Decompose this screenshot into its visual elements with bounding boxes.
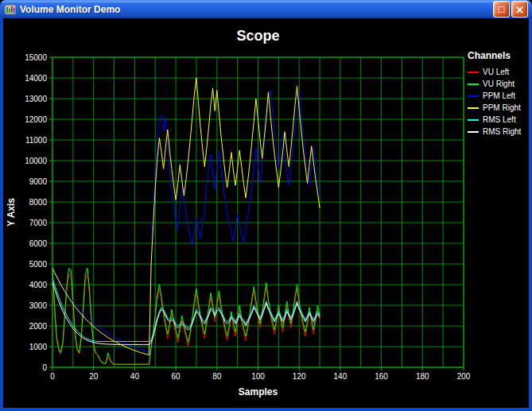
legend-item: VU Left xyxy=(468,66,528,78)
maximize-button[interactable]: □ xyxy=(493,1,510,17)
x-tick-label: 100 xyxy=(251,372,265,381)
y-tick-label: 5000 xyxy=(29,260,48,269)
series-line-vu-left xyxy=(52,274,320,364)
legend-label: RMS Right xyxy=(483,127,521,136)
y-tick-label: 4000 xyxy=(29,281,48,289)
legend-item: PPM Right xyxy=(468,102,528,114)
legend-item: PPM Left xyxy=(468,90,528,102)
titlebar-buttons: □ × xyxy=(493,1,528,17)
legend-swatch xyxy=(468,107,479,109)
maximize-icon: □ xyxy=(498,6,505,14)
y-tick-label: 6000 xyxy=(29,239,48,248)
legend-label: VU Left xyxy=(483,68,509,76)
legend-swatch xyxy=(468,95,479,97)
app-icon xyxy=(4,3,17,16)
x-tick-label: 120 xyxy=(293,372,306,381)
y-tick-label: 12000 xyxy=(25,115,47,124)
y-tick-label: 8000 xyxy=(29,198,48,207)
legend-item: VU Right xyxy=(468,78,528,90)
x-tick-label: 20 xyxy=(89,372,99,381)
y-tick-label: 1000 xyxy=(29,343,48,351)
y-tick-label: 9000 xyxy=(29,177,48,186)
y-tick-label: 13000 xyxy=(25,95,47,103)
legend-swatch xyxy=(468,119,479,121)
y-tick-label: 14000 xyxy=(25,74,47,83)
legend-label: PPM Right xyxy=(483,103,521,112)
plot: 0100020003000400050006000700080009000100… xyxy=(3,18,529,408)
y-tick-label: 7000 xyxy=(29,219,48,227)
chart-panel: Scope Y Axis Samples 0100020003000400050… xyxy=(3,18,529,408)
x-tick-label: 160 xyxy=(375,372,388,381)
x-tick-label: 40 xyxy=(130,372,140,381)
legend-label: VU Right xyxy=(483,79,515,88)
legend: Channels VU LeftVU RightPPM LeftPPM Righ… xyxy=(468,50,528,138)
legend-item: RMS Right xyxy=(468,126,528,138)
y-tick-label: 2000 xyxy=(29,322,48,331)
y-tick-label: 15000 xyxy=(25,53,47,62)
y-tick-label: 10000 xyxy=(25,157,47,165)
x-tick-label: 60 xyxy=(172,372,181,381)
x-tick-label: 0 xyxy=(50,372,55,381)
y-tick-label: 3000 xyxy=(29,301,48,310)
x-tick-label: 80 xyxy=(212,372,222,381)
app-window: Volume Monitor Demo □ × Scope Y Axis Sam… xyxy=(0,0,532,411)
legend-title: Channels xyxy=(468,50,528,61)
legend-items: VU LeftVU RightPPM LeftPPM RightRMS Left… xyxy=(468,66,528,138)
titlebar[interactable]: Volume Monitor Demo □ × xyxy=(0,0,532,18)
y-tick-label: 0 xyxy=(42,363,47,372)
legend-label: RMS Left xyxy=(483,115,516,124)
legend-swatch xyxy=(468,131,479,133)
legend-swatch xyxy=(468,72,479,73)
x-tick-label: 140 xyxy=(334,372,348,381)
legend-swatch xyxy=(468,83,479,85)
y-tick-label: 11000 xyxy=(25,136,48,145)
legend-item: RMS Left xyxy=(468,114,528,126)
close-icon: × xyxy=(515,4,525,15)
close-button[interactable]: × xyxy=(511,1,528,17)
x-tick-label: 200 xyxy=(457,372,471,381)
x-tick-label: 180 xyxy=(416,372,429,381)
legend-label: PPM Left xyxy=(483,91,515,100)
window-title: Volume Monitor Demo xyxy=(20,4,490,15)
